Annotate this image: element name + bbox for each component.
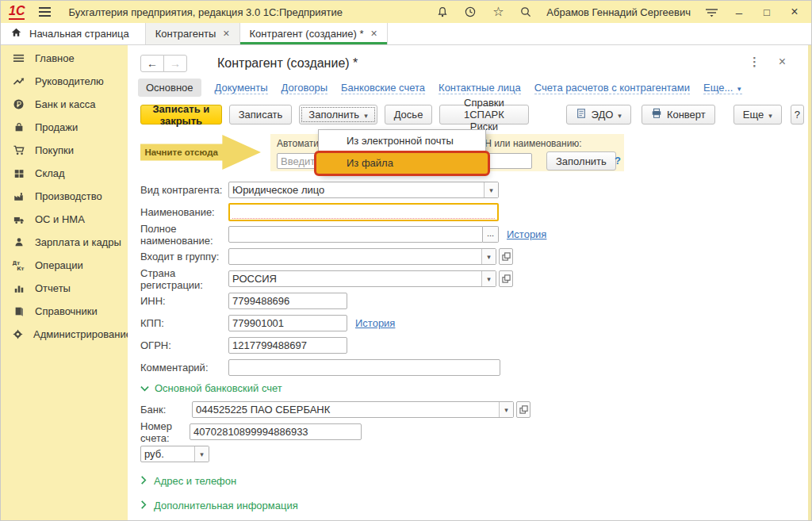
- book-icon: [12, 305, 25, 317]
- group-select[interactable]: [228, 248, 496, 265]
- chevron-down-icon[interactable]: [481, 249, 496, 264]
- chevron-down-icon[interactable]: [499, 402, 513, 417]
- app-window: 1С Бухгалтерия предприятия, редакция 3.0…: [0, 0, 812, 521]
- chevron-down-icon: [768, 109, 772, 121]
- svg-text:Кт: Кт: [17, 266, 24, 271]
- save-and-close-button[interactable]: Записать и закрыть: [140, 105, 222, 125]
- back-button[interactable]: ←: [140, 55, 164, 72]
- factory-icon: [12, 191, 25, 202]
- comment-input[interactable]: [228, 359, 500, 376]
- sidebar-item-os-i-nma[interactable]: ОС и НМА: [1, 208, 128, 231]
- close-window-button[interactable]: [787, 5, 802, 19]
- spark-button[interactable]: Справки 1СПАРК Риски: [439, 105, 528, 125]
- address-phone-toggle[interactable]: Адрес и телефон: [140, 475, 805, 487]
- kind-input[interactable]: [229, 182, 484, 197]
- navlink-scheta-raschetov[interactable]: Счета расчетов с контрагентами: [534, 82, 690, 94]
- kind-select[interactable]: [228, 182, 499, 198]
- save-button[interactable]: Записать: [229, 105, 293, 125]
- envelope-button[interactable]: Конверт: [642, 105, 715, 125]
- search-icon[interactable]: [519, 5, 533, 19]
- notifications-bell-icon[interactable]: [435, 5, 450, 19]
- navlink-more[interactable]: Еще...: [703, 82, 742, 94]
- chevron-down-icon[interactable]: [484, 182, 498, 197]
- bank-select[interactable]: [192, 401, 514, 418]
- country-open-button[interactable]: [499, 270, 513, 287]
- bank-input[interactable]: [193, 402, 499, 417]
- more-button[interactable]: Еще: [733, 105, 782, 125]
- navlink-dogovory[interactable]: Договоры: [282, 82, 327, 94]
- sidebar-item-glavnoe[interactable]: Главное: [1, 47, 128, 70]
- sidebar-item-spravochniki[interactable]: Справочники: [1, 300, 128, 323]
- inn-input[interactable]: [228, 293, 347, 309]
- full-name-history-link[interactable]: История: [507, 228, 546, 240]
- inn-label: ИНН:: [140, 295, 228, 307]
- navlink-kontaktnye-lica[interactable]: Контактные лица: [439, 82, 521, 94]
- navlink-dokumenty[interactable]: Документы: [215, 82, 268, 94]
- fill-dropdown-menu: Из электронной почты Из файла: [318, 129, 486, 174]
- sidebar-item-rukovoditelyu[interactable]: Руководителю: [1, 70, 128, 93]
- sidebar-item-zarplata-i-kadry[interactable]: Зарплата и кадры: [1, 231, 128, 254]
- sidebar-item-otchety[interactable]: Отчеты: [1, 277, 128, 300]
- name-input[interactable]: [230, 205, 497, 220]
- maximize-button[interactable]: [760, 5, 774, 19]
- dossier-button[interactable]: Досье: [385, 105, 433, 125]
- account-number-input[interactable]: [190, 423, 362, 440]
- bar-chart-icon: [12, 283, 25, 294]
- currency-input[interactable]: [141, 446, 194, 462]
- scrollbar-track[interactable]: [808, 45, 811, 521]
- sidebar-item-pokupki[interactable]: Покупки: [1, 139, 128, 162]
- autofill-help-link[interactable]: ?: [615, 155, 621, 167]
- bank-open-button[interactable]: [516, 401, 530, 418]
- sidebar-item-administrirovanie[interactable]: Администрирование: [1, 323, 128, 346]
- sidebar-item-sklad[interactable]: Склад: [1, 162, 128, 185]
- favorites-star-icon[interactable]: [491, 5, 505, 19]
- truck-icon: [12, 214, 25, 225]
- chevron-down-icon[interactable]: [481, 271, 496, 286]
- country-input[interactable]: [229, 271, 481, 286]
- sidebar-item-operacii[interactable]: ДтКт Операции: [1, 254, 128, 277]
- full-name-input[interactable]: [228, 226, 483, 243]
- forward-button[interactable]: →: [163, 55, 187, 72]
- history-icon[interactable]: [463, 5, 477, 19]
- tab-osnovnoe[interactable]: Основное: [138, 79, 201, 97]
- sidebar-item-bank-i-kassa[interactable]: Банк и касса: [1, 93, 128, 116]
- group-open-button[interactable]: [499, 248, 513, 265]
- autofill-button[interactable]: Заполнить: [546, 151, 616, 170]
- minimize-button[interactable]: [732, 5, 746, 19]
- kpp-history-link[interactable]: История: [355, 317, 395, 329]
- sidebar-item-proizvodstvo[interactable]: Производство: [1, 185, 128, 208]
- country-select[interactable]: [228, 270, 496, 287]
- menu-item-from-file[interactable]: Из файла: [314, 151, 490, 176]
- help-button[interactable]: ?: [791, 105, 804, 125]
- close-form-icon[interactable]: [779, 55, 786, 69]
- form-toolbar: Записать и закрыть Записать Заполнить До…: [140, 105, 811, 125]
- navlink-bankovskie-scheta[interactable]: Банковские счета: [341, 82, 425, 94]
- chevron-down-icon[interactable]: [194, 446, 209, 462]
- start-here-arrow: Начните отсюда: [140, 135, 261, 170]
- more-commands-icon[interactable]: [749, 55, 760, 69]
- ogrn-input[interactable]: [228, 337, 347, 354]
- fill-button[interactable]: Заполнить: [299, 105, 377, 125]
- kpp-input[interactable]: [228, 315, 347, 331]
- debit-credit-icon: ДтКт: [12, 259, 25, 271]
- tab-kontragenty[interactable]: Контрагенты: [146, 23, 240, 44]
- currency-select[interactable]: [140, 446, 209, 462]
- tab-kontragent-sozdanie[interactable]: Контрагент (создание) *: [240, 23, 388, 44]
- additional-info-toggle[interactable]: Дополнительная информация: [140, 500, 805, 511]
- form-header: ← → Контрагент (создание) *: [140, 52, 802, 75]
- titlebar: 1С Бухгалтерия предприятия, редакция 3.0…: [1, 1, 811, 23]
- main-menu-icon[interactable]: [39, 7, 51, 17]
- group-input[interactable]: [229, 249, 481, 264]
- tab-home[interactable]: Начальная страница: [1, 23, 146, 44]
- close-tab-icon[interactable]: [223, 28, 229, 40]
- bank-section-toggle[interactable]: Основной банковский счет: [140, 382, 805, 394]
- person-icon: [12, 236, 25, 248]
- menu-item-from-email[interactable]: Из электронной почты: [319, 131, 485, 151]
- service-menu-icon[interactable]: [704, 5, 718, 19]
- country-label: Страна регистрации:: [140, 267, 228, 291]
- sidebar-item-prodazhi[interactable]: Продажи: [1, 116, 128, 139]
- chevron-right-icon: [140, 500, 147, 511]
- edo-button[interactable]: ЭДО: [566, 105, 631, 125]
- close-tab-icon[interactable]: [371, 28, 377, 40]
- full-name-ellipsis-button[interactable]: [483, 226, 499, 243]
